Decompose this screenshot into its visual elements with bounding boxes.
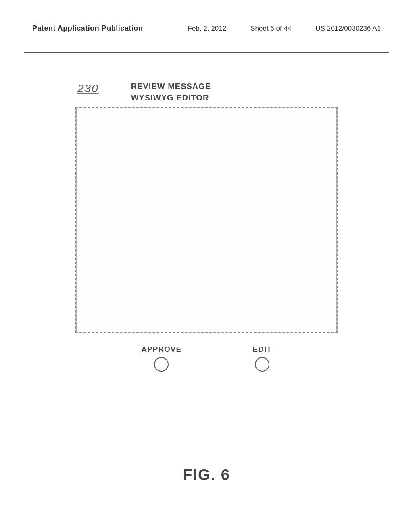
editor-label-line1: REVIEW MESSAGE: [131, 81, 211, 92]
page-header: Patent Application Publication Feb. 2, 2…: [0, 24, 413, 33]
publication-date: Feb. 2, 2012: [188, 25, 226, 33]
edit-radio[interactable]: [255, 357, 269, 372]
edit-radio-group: EDIT: [253, 345, 272, 372]
patent-number: US 2012/0030236 A1: [315, 25, 381, 33]
main-content: 230 REVIEW MESSAGE WYSIWYG EDITOR APPROV…: [0, 64, 413, 372]
editor-label: REVIEW MESSAGE WYSIWYG EDITOR: [131, 81, 211, 103]
approve-radio[interactable]: [154, 357, 169, 372]
publication-title: Patent Application Publication: [32, 24, 143, 33]
radio-area: APPROVE EDIT: [106, 345, 307, 372]
edit-label: EDIT: [253, 345, 272, 354]
editor-label-line2: WYSIWYG EDITOR: [131, 92, 211, 103]
header-meta: Feb. 2, 2012 Sheet 6 of 44 US 2012/00302…: [188, 25, 381, 33]
approve-label: APPROVE: [141, 345, 181, 354]
figure-caption: FIG. 6: [0, 466, 413, 484]
wysiwyg-editor-box[interactable]: [75, 107, 338, 333]
editor-box-inner: [76, 108, 337, 332]
sheet-info: Sheet 6 of 44: [250, 25, 291, 33]
approve-radio-group: APPROVE: [141, 345, 181, 372]
label-row: 230 REVIEW MESSAGE WYSIWYG EDITOR: [65, 81, 348, 103]
reference-number: 230: [77, 82, 99, 95]
page: Patent Application Publication Feb. 2, 2…: [0, 0, 413, 532]
figure-area: 230 REVIEW MESSAGE WYSIWYG EDITOR APPROV…: [65, 81, 348, 372]
header-divider: [24, 52, 389, 53]
